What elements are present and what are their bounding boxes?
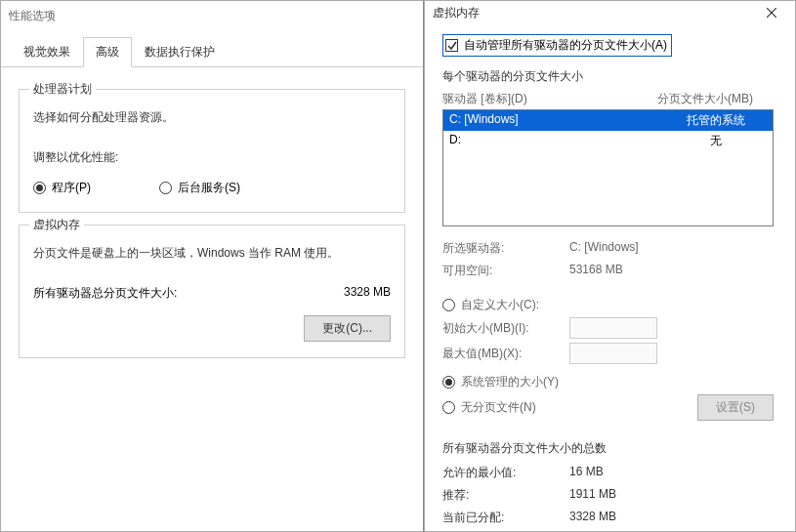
tab-dep[interactable]: 数据执行保护 xyxy=(132,37,228,67)
radio-services[interactable]: 后台服务(S) xyxy=(159,180,240,196)
cur-row: 当前已分配: 3328 MB xyxy=(442,510,774,526)
initial-size-row: 初始大小(MB)(I): xyxy=(442,317,774,339)
tab-content: 处理器计划 选择如何分配处理器资源。 调整以优化性能: 程序(P) 后台服务(S… xyxy=(1,67,423,368)
drive-label: C: [Windows] xyxy=(449,112,664,129)
radio-programs[interactable]: 程序(P) xyxy=(33,180,91,196)
titlebar: 性能选项 xyxy=(1,1,423,30)
min-label: 允许的最小值: xyxy=(442,465,569,481)
radio-no-paging[interactable]: 无分页文件(N) xyxy=(461,399,697,416)
selected-drive-value: C: [Windows] xyxy=(569,240,639,257)
cur-value: 3328 MB xyxy=(569,510,616,526)
auto-manage-label: 自动管理所有驱动器的分页文件大小(A) xyxy=(464,37,667,54)
min-value: 16 MB xyxy=(569,465,604,481)
optimize-label: 调整以优化性能: xyxy=(33,149,391,166)
optimize-radios: 程序(P) 后台服务(S) xyxy=(33,180,391,196)
col-size: 分页文件大小(MB) xyxy=(657,91,774,107)
radio-dot-icon xyxy=(442,299,455,311)
totals-section: 所有驱动器分页文件大小的总数 允许的最小值: 16 MB 推荐: 1911 MB… xyxy=(442,440,774,526)
vm-total-label: 所有驱动器总分页文件大小: xyxy=(33,285,344,302)
initial-size-label: 初始大小(MB)(I): xyxy=(442,320,569,337)
radio-dot-icon xyxy=(442,401,455,414)
vm-total-value: 3328 MB xyxy=(344,285,391,302)
drive-size: 托管的系统 xyxy=(664,112,767,129)
drive-label: D: xyxy=(449,133,664,149)
max-size-row: 最大值(MB)(X): xyxy=(442,343,774,364)
radio-system-managed[interactable]: 系统管理的大小(Y) xyxy=(442,374,774,390)
radio-custom-size[interactable]: 自定义大小(C): xyxy=(442,297,774,313)
rec-row: 推荐: 1911 MB xyxy=(442,487,774,504)
drive-list-header: 驱动器 [卷标](D) 分页文件大小(MB) xyxy=(442,91,774,107)
initial-size-input[interactable] xyxy=(569,317,657,339)
close-icon xyxy=(767,8,776,18)
selected-drive-label: 所选驱动器: xyxy=(442,240,569,257)
vm-desc: 分页文件是硬盘上的一块区域，Windows 当作 RAM 使用。 xyxy=(33,245,391,262)
radio-dot-icon xyxy=(33,182,46,194)
auto-manage-checkbox[interactable]: 自动管理所有驱动器的分页文件大小(A) xyxy=(442,34,672,57)
radio-dot-icon xyxy=(159,182,172,194)
vm-dialog-content: 自动管理所有驱动器的分页文件大小(A) 每个驱动器的分页文件大小 驱动器 [卷标… xyxy=(425,24,795,532)
group-title: 虚拟内存 xyxy=(29,217,84,233)
cur-label: 当前已分配: xyxy=(442,510,569,526)
totals-title: 所有驱动器分页文件大小的总数 xyxy=(442,440,774,457)
drive-row[interactable]: D: 无 xyxy=(443,131,773,151)
performance-options-dialog: 性能选项 视觉效果 高级 数据执行保护 处理器计划 选择如何分配处理器资源。 调… xyxy=(0,0,424,532)
change-button[interactable]: 更改(C)... xyxy=(304,315,391,342)
free-space-value: 53168 MB xyxy=(569,263,623,279)
group-title: 处理器计划 xyxy=(29,81,96,98)
custom-size-label: 自定义大小(C): xyxy=(461,297,588,313)
set-button[interactable]: 设置(S) xyxy=(697,394,774,421)
processor-scheduling-group: 处理器计划 选择如何分配处理器资源。 调整以优化性能: 程序(P) 后台服务(S… xyxy=(19,89,405,213)
radio-services-label: 后台服务(S) xyxy=(178,180,240,196)
virtual-memory-dialog: 虚拟内存 自动管理所有驱动器的分页文件大小(A) 每个驱动器的分页文件大小 驱动… xyxy=(424,0,796,532)
size-options: 自定义大小(C): 初始大小(MB)(I): 最大值(MB)(X): 系统管理的… xyxy=(442,297,774,421)
close-button[interactable] xyxy=(756,1,787,24)
drive-list[interactable]: C: [Windows] 托管的系统 D: 无 xyxy=(442,109,774,226)
tab-advanced[interactable]: 高级 xyxy=(83,37,132,67)
checkbox-icon xyxy=(445,39,458,52)
tabs: 视觉效果 高级 数据执行保护 xyxy=(1,36,423,67)
virtual-memory-group: 虚拟内存 分页文件是硬盘上的一块区域，Windows 当作 RAM 使用。 所有… xyxy=(19,225,405,358)
tab-visual-effects[interactable]: 视觉效果 xyxy=(11,37,83,67)
rec-label: 推荐: xyxy=(442,487,569,504)
col-drive: 驱动器 [卷标](D) xyxy=(442,91,657,107)
each-drive-title: 每个驱动器的分页文件大小 xyxy=(442,68,774,85)
max-size-label: 最大值(MB)(X): xyxy=(442,346,569,362)
rec-value: 1911 MB xyxy=(569,487,616,504)
titlebar: 虚拟内存 xyxy=(425,1,795,24)
radio-no-paging-row: 无分页文件(N) 设置(S) xyxy=(442,394,774,421)
vm-total-row: 所有驱动器总分页文件大小: 3328 MB xyxy=(33,285,391,302)
drive-row[interactable]: C: [Windows] 托管的系统 xyxy=(443,110,773,131)
free-space-label: 可用空间: xyxy=(442,263,569,279)
radio-programs-label: 程序(P) xyxy=(52,180,91,196)
selected-drive-row: 所选驱动器: C: [Windows] xyxy=(442,240,774,257)
min-row: 允许的最小值: 16 MB xyxy=(442,465,774,481)
free-space-row: 可用空间: 53168 MB xyxy=(442,263,774,279)
max-size-input[interactable] xyxy=(569,343,657,364)
proc-desc: 选择如何分配处理器资源。 xyxy=(33,109,391,126)
drive-size: 无 xyxy=(664,133,767,149)
radio-dot-icon xyxy=(442,376,455,389)
window-title: 性能选项 xyxy=(9,8,415,24)
system-managed-label: 系统管理的大小(Y) xyxy=(461,374,559,390)
window-title: 虚拟内存 xyxy=(433,5,756,21)
